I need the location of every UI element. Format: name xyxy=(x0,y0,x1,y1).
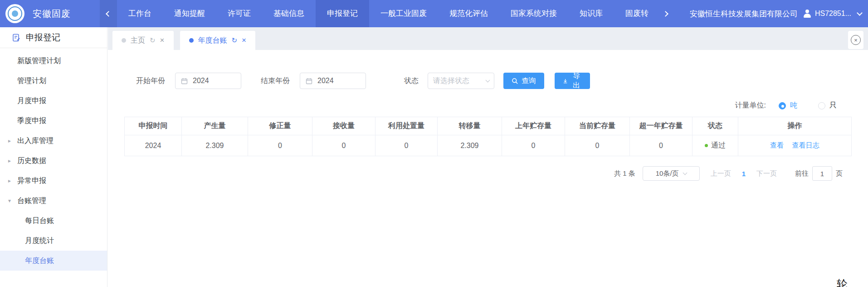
chevron-left-icon xyxy=(106,11,112,17)
view-link[interactable]: 查看 xyxy=(770,141,784,149)
page-size-value: 10条/页 xyxy=(656,169,679,178)
export-button[interactable]: 导出 xyxy=(555,73,590,89)
cell-over-year-storage: 0 xyxy=(630,135,692,156)
end-year-label: 结束年份 xyxy=(261,76,290,86)
sidebar-item[interactable]: 年度台账 xyxy=(0,251,107,271)
table-body: 2024 2.309 0 0 0 2.309 0 0 0 通过 xyxy=(125,135,852,156)
page-size-select[interactable]: 10条/页 xyxy=(643,166,700,181)
query-button[interactable]: 查询 xyxy=(503,73,544,89)
top-nav-item[interactable]: 国家系统对接 xyxy=(499,0,568,27)
view-log-link[interactable]: 查看日志 xyxy=(792,141,819,149)
app-logo-icon xyxy=(5,4,24,23)
app-title: 安徽固废 xyxy=(33,8,100,20)
pagination: 共 1 条 10条/页 上一页 1 下一页 前往 页 xyxy=(108,166,843,181)
table-header-cell: 产生量 xyxy=(182,117,248,135)
table-header-row: 申报时间 产生量 修正量 接收量 利用处置量 转移量 上年贮存量 当前贮存量 超… xyxy=(125,117,852,135)
start-year-picker[interactable] xyxy=(175,73,241,89)
search-icon xyxy=(512,78,518,84)
sidebar-item-label: 管理计划 xyxy=(17,76,46,86)
cell-actions: 查看 查看日志 xyxy=(738,135,852,156)
top-nav-item[interactable]: 规范化评估 xyxy=(438,0,499,27)
top-nav-item[interactable]: 基础信息 xyxy=(262,0,316,27)
status-dot-icon xyxy=(705,144,708,147)
unit-selector-row: 计量单位: 吨 只 xyxy=(108,101,837,110)
top-nav: 安徽固废 工作台 通知提醒 许可证 基础信息 申报登记 一般工业固废 规范化评估… xyxy=(0,0,868,27)
tab-close-icon[interactable]: × xyxy=(242,36,246,45)
close-all-tabs-button[interactable]: × xyxy=(848,31,863,49)
sidebar-item[interactable]: ▸ 历史数据 xyxy=(0,151,107,171)
tab-label: 年度台账 xyxy=(198,36,227,45)
next-page-button[interactable]: 下一页 xyxy=(756,169,777,178)
main-content: 开始年份 结束年份 状态 请选择状态 xyxy=(108,50,868,287)
sidebar-menu: 新版管理计划 管理计划 月度申报 季度申报 ▸ 出入库管理 xyxy=(0,48,107,271)
unit-radio[interactable]: 只 xyxy=(818,101,837,110)
prev-page-button[interactable]: 上一页 xyxy=(711,169,731,178)
document-pen-icon xyxy=(12,33,21,42)
sidebar-title: 申报登记 xyxy=(26,32,60,44)
unit-option-label: 吨 xyxy=(790,101,797,110)
tab-bar: 主页 ↻ × 年度台账 ↻ × × xyxy=(108,27,868,50)
radio-icon xyxy=(779,102,786,109)
chevron-right-icon xyxy=(663,11,668,17)
sidebar-item-label: 出入库管理 xyxy=(17,136,54,146)
unit-option-label: 只 xyxy=(829,101,837,110)
tab-refresh-icon[interactable]: ↻ xyxy=(232,36,238,45)
top-nav-item[interactable]: 一般工业固废 xyxy=(369,0,438,27)
nav-collapse-button[interactable] xyxy=(100,0,117,27)
sidebar-item-label: 年度台账 xyxy=(25,256,54,266)
top-nav-item[interactable]: 工作台 xyxy=(117,0,163,27)
sidebar-item[interactable]: 月度统计 xyxy=(0,231,107,251)
sidebar-item-label: 每日台账 xyxy=(25,216,54,226)
sidebar-item-label: 季度申报 xyxy=(17,116,46,126)
query-button-label: 查询 xyxy=(522,76,536,86)
top-nav-item[interactable]: 知识库 xyxy=(568,0,614,27)
sidebar-item[interactable]: ▸ 出入库管理 xyxy=(0,131,107,151)
unit-radio[interactable]: 吨 xyxy=(779,101,797,110)
ledger-table: 申报时间 产生量 修正量 接收量 利用处置量 转移量 上年贮存量 当前贮存量 超… xyxy=(124,117,852,156)
sidebar-item-label: 月度申报 xyxy=(17,96,46,106)
tab-close-icon[interactable]: × xyxy=(160,36,165,45)
sidebar-item[interactable]: 新版管理计划 xyxy=(0,51,107,71)
sidebar: 申报登记 新版管理计划 管理计划 月度申报 季度申报 xyxy=(0,27,107,287)
page-tab[interactable]: 年度台账 ↻ × xyxy=(180,31,256,50)
goto-page-input[interactable] xyxy=(812,166,832,181)
filter-bar: 开始年份 结束年份 状态 请选择状态 xyxy=(136,73,868,89)
expand-caret-icon: ▸ xyxy=(8,178,17,184)
tab-refresh-icon[interactable]: ↻ xyxy=(150,36,156,45)
sidebar-item[interactable]: ▾ 台账管理 xyxy=(0,191,107,211)
chevron-down-icon xyxy=(857,10,863,16)
download-icon xyxy=(563,78,568,84)
sidebar-item[interactable]: ▸ 异常申报 xyxy=(0,171,107,191)
cell-transferred: 2.309 xyxy=(438,135,502,156)
sidebar-item[interactable]: 管理计划 xyxy=(0,71,107,91)
top-nav-item[interactable]: 固废转 xyxy=(614,0,660,27)
start-year-input[interactable] xyxy=(176,73,241,89)
sidebar-item[interactable]: 季度申报 xyxy=(0,111,107,131)
current-page-button[interactable]: 1 xyxy=(742,170,746,178)
table-header-cell: 上年贮存量 xyxy=(502,117,565,135)
sidebar-item[interactable]: 每日台账 xyxy=(0,211,107,231)
cell-report-time: 2024 xyxy=(125,135,182,156)
nav-scroll-right-button[interactable] xyxy=(660,12,671,16)
page-tab[interactable]: 主页 ↻ × xyxy=(112,31,174,50)
expand-caret-icon: ▾ xyxy=(8,198,17,204)
floating-widget-partial[interactable]: 轮 xyxy=(837,277,848,287)
cell-received: 0 xyxy=(312,135,375,156)
end-year-input[interactable] xyxy=(300,73,366,89)
table-header-cell: 接收量 xyxy=(312,117,375,135)
total-count: 共 1 条 xyxy=(614,169,635,178)
end-year-picker[interactable] xyxy=(300,73,366,89)
top-nav-item[interactable]: 许可证 xyxy=(216,0,262,27)
circled-close-icon: × xyxy=(851,35,861,45)
sidebar-item-label: 台账管理 xyxy=(17,196,46,206)
top-nav-item[interactable]: 申报登记 xyxy=(316,0,369,27)
status-text: 通过 xyxy=(711,141,726,150)
tab-label: 主页 xyxy=(131,36,145,45)
sidebar-item[interactable]: 月度申报 xyxy=(0,91,107,111)
radio-icon xyxy=(818,102,825,109)
top-nav-menu: 工作台 通知提醒 许可证 基础信息 申报登记 一般工业固废 规范化评估 国家系统… xyxy=(117,0,660,27)
sidebar-item-label: 月度统计 xyxy=(25,236,54,246)
top-nav-item[interactable]: 通知提醒 xyxy=(163,0,216,27)
status-select[interactable]: 请选择状态 xyxy=(428,73,494,89)
user-menu[interactable]: 安徽恒生科技发展集团有限公司 HS72851... xyxy=(690,9,862,19)
